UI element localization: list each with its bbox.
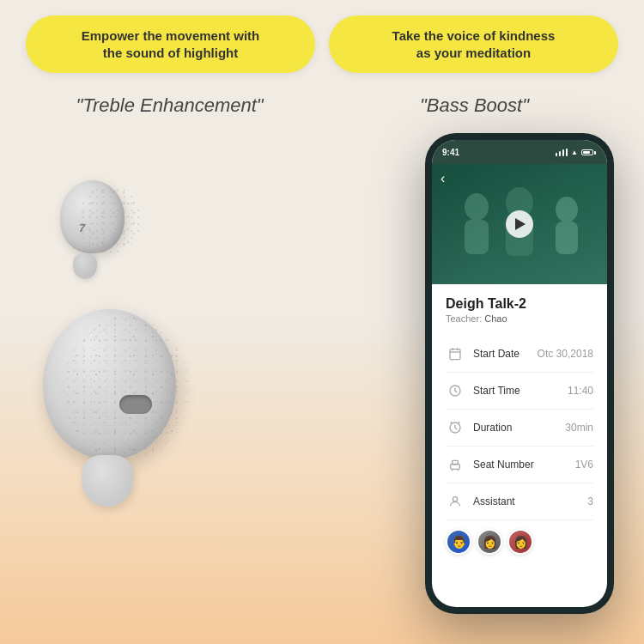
- svg-point-0: [465, 193, 489, 221]
- duration-icon: [446, 418, 465, 437]
- pod-body-large: [43, 309, 176, 459]
- info-value: 3: [587, 495, 593, 507]
- info-label: Seat Number: [473, 459, 575, 471]
- back-arrow[interactable]: ‹: [440, 171, 445, 186]
- avatar-2: 👩: [477, 529, 502, 555]
- info-row: Start Date Otc 30,2018: [446, 336, 593, 373]
- clock-icon: [446, 381, 465, 400]
- teacher-label: Teacher:: [446, 313, 482, 324]
- info-row: Assistant 3: [446, 483, 593, 520]
- wifi-icon: ▲: [571, 149, 578, 156]
- info-value: 11:40: [568, 385, 593, 397]
- badges-row: Empower the movement with the sound of h…: [26, 15, 618, 73]
- earbud-tip-small: [73, 253, 97, 279]
- status-time: 9:41: [442, 148, 459, 157]
- seat-icon: [446, 455, 465, 474]
- signal-icon: [556, 149, 568, 156]
- badge-right: Take the voice of kindness as your medit…: [329, 15, 618, 73]
- battery-icon: [581, 149, 593, 155]
- phone-screen: 9:41 ▲: [432, 140, 607, 607]
- teacher-name: Chao: [484, 313, 507, 324]
- phone-outer: 9:41 ▲: [425, 133, 614, 614]
- teacher-row: Teacher: Chao: [446, 313, 593, 324]
- class-title: Deigh Talk-2: [446, 296, 593, 312]
- video-section: ‹: [432, 164, 607, 284]
- mic-grill: [119, 395, 152, 414]
- status-icons: ▲: [556, 149, 593, 156]
- svg-rect-6: [450, 349, 460, 360]
- status-bar: 9:41 ▲: [432, 140, 607, 164]
- avatar-3: 👩: [507, 529, 533, 555]
- earbud-large: [26, 309, 197, 507]
- info-row: Seat Number 1V6: [446, 447, 593, 483]
- phone-container: 9:41 ▲: [425, 133, 614, 614]
- earbud-number: 7: [79, 222, 85, 234]
- badge-left: Empower the movement with the sound of h…: [26, 15, 315, 73]
- earbud-small: 7: [43, 180, 137, 283]
- info-label: Start Date: [473, 348, 538, 360]
- svg-point-16: [453, 497, 457, 501]
- svg-rect-1: [465, 220, 489, 254]
- info-value: 30min: [565, 422, 593, 434]
- video-bg: [432, 164, 607, 284]
- avatar-1: 👨: [446, 529, 471, 555]
- svg-point-4: [556, 197, 578, 222]
- earbuds-container: 7: [17, 155, 275, 515]
- calendar-icon: [446, 344, 465, 363]
- pod-body-small: [60, 180, 125, 253]
- info-row: Start Time 11:40: [446, 373, 593, 410]
- assistant-icon: [446, 492, 465, 511]
- svg-rect-5: [556, 222, 578, 254]
- info-label: Assistant: [473, 495, 587, 507]
- titles-row: "Treble Enhancement" "Bass Boost": [26, 94, 618, 117]
- info-label: Duration: [473, 422, 565, 434]
- avatars-row: 👨 👩 👩: [446, 520, 593, 563]
- app-content: Deigh Talk-2 Teacher: Chao Start Date Ot…: [432, 284, 607, 563]
- title-treble: "Treble Enhancement": [26, 94, 322, 117]
- play-triangle-icon: [515, 218, 526, 230]
- speckles-large: [64, 316, 190, 459]
- info-value: Otc 30,2018: [538, 348, 593, 360]
- speckles-small: [79, 185, 140, 253]
- info-label: Start Time: [473, 385, 568, 397]
- info-value: 1V6: [575, 459, 593, 471]
- earbud-tip-large: [82, 455, 133, 507]
- title-bass: "Bass Boost": [322, 94, 618, 117]
- info-rows-container: Start Date Otc 30,2018 Start Time 11:40 …: [446, 336, 593, 520]
- info-row: Duration 30min: [446, 410, 593, 447]
- play-button[interactable]: [506, 210, 533, 238]
